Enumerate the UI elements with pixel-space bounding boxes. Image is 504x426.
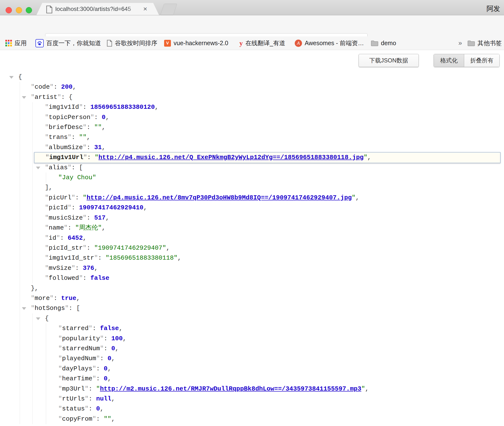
tab-title: localhost:3000/artists?id=645 bbox=[55, 6, 143, 13]
bookmark-youdao[interactable]: y 在线翻译_有道 bbox=[239, 36, 285, 50]
json-line: "playedNum": 0, bbox=[0, 354, 504, 364]
bookmark-label: demo bbox=[381, 40, 396, 47]
vue-v-icon: V bbox=[164, 40, 171, 47]
json-line: "id": 6452, bbox=[0, 233, 504, 243]
bookmark-awesomes[interactable]: A Awesomes - 前端资… bbox=[295, 36, 364, 50]
json-url-link[interactable]: http://p4.music.126.net/Q_ExePNkmgB2yWyL… bbox=[98, 154, 363, 161]
json-line: "followed": false bbox=[0, 273, 504, 283]
download-json-button[interactable]: 下载JSON数据 bbox=[359, 54, 419, 67]
json-line: "mp3Url": "http://m2.music.126.net/RMJR7… bbox=[0, 384, 504, 394]
json-line: "picId": 19097417462929410, bbox=[0, 203, 504, 213]
window-titlebar: localhost:3000/artists?id=645 × 阿发 bbox=[0, 0, 504, 15]
new-tab-button[interactable] bbox=[160, 4, 177, 15]
bookmark-apps[interactable]: 应用 bbox=[5, 36, 27, 50]
json-line: "code": 200, bbox=[0, 82, 504, 92]
bookmarks-bar: 应用 百度一下，你就知道 谷歌按时间排序 V vue-hackernews-2.… bbox=[0, 36, 504, 50]
page-favicon-icon bbox=[46, 6, 52, 14]
json-line: "name": "周杰伦", bbox=[0, 223, 504, 233]
folder-icon bbox=[468, 40, 475, 46]
json-line: "status": 0, bbox=[0, 404, 504, 414]
baidu-paw-icon bbox=[35, 39, 44, 47]
json-url-link[interactable]: http://p4.music.126.net/8mv7qP30Pd3oHW8b… bbox=[87, 194, 352, 201]
bookmark-google-sort[interactable]: 谷歌按时间排序 bbox=[107, 36, 157, 50]
collapse-triangle-icon[interactable] bbox=[22, 96, 26, 99]
json-line: "more": true, bbox=[0, 293, 504, 303]
apps-grid-icon bbox=[5, 40, 12, 46]
json-url-link[interactable]: http://m2.music.126.net/RMJR7wDullRqppBk… bbox=[100, 385, 361, 392]
other-bookmarks-folder[interactable]: 其他书签 bbox=[468, 36, 502, 50]
json-line: "Jay Chou" bbox=[0, 173, 504, 183]
json-line: "artist": { bbox=[0, 92, 504, 102]
bookmark-vue-hackernews[interactable]: V vue-hackernews-2.0 bbox=[164, 36, 228, 50]
browser-toolbar: localhost:3000/artists?id=6452 V 英en FE … bbox=[0, 15, 504, 36]
format-button[interactable]: 格式化 bbox=[434, 54, 464, 67]
bookmark-label: 在线翻译_有道 bbox=[245, 39, 285, 47]
json-line: "albumSize": 31, bbox=[0, 143, 504, 153]
collapse-triangle-icon[interactable] bbox=[36, 317, 40, 320]
awesomes-a-icon: A bbox=[295, 40, 302, 47]
json-viewer: {"code": 200,"artist": {"img1v1Id": 1856… bbox=[0, 72, 504, 424]
json-line: "starredNum": 0, bbox=[0, 344, 504, 354]
json-line: }, bbox=[0, 283, 504, 293]
json-line: { bbox=[0, 314, 504, 324]
bookmark-label: Awesomes - 前端资… bbox=[305, 39, 364, 47]
json-line: "alias": [ bbox=[0, 163, 504, 173]
bookmark-demo-folder[interactable]: demo bbox=[371, 36, 396, 50]
json-line: "img1v1Id_str": "18569651883380118", bbox=[0, 253, 504, 263]
collapse-all-button[interactable]: 折叠所有 bbox=[464, 54, 499, 67]
browser-profile-name[interactable]: 阿发 bbox=[487, 4, 500, 13]
json-line: "mvSize": 376, bbox=[0, 263, 504, 273]
json-line-highlighted: "img1v1Url": "http://p4.music.126.net/Q_… bbox=[34, 152, 501, 163]
collapse-triangle-icon[interactable] bbox=[22, 307, 26, 310]
json-line: ], bbox=[0, 183, 504, 193]
json-line: "hotSongs": [ bbox=[0, 303, 504, 313]
json-line: "hearTime": 0, bbox=[0, 374, 504, 384]
window-close-button[interactable] bbox=[6, 7, 12, 13]
json-line: "musicSize": 517, bbox=[0, 213, 504, 223]
collapse-triangle-icon[interactable] bbox=[36, 167, 40, 169]
json-line: "briefDesc": "", bbox=[0, 122, 504, 132]
youdao-y-icon: y bbox=[239, 39, 243, 47]
folder-icon bbox=[371, 40, 378, 46]
json-line: "trans": "", bbox=[0, 132, 504, 142]
json-line: "rtUrls": null, bbox=[0, 394, 504, 404]
other-bookmarks-label: 其他书签 bbox=[478, 39, 502, 47]
json-line: "topicPerson": 0, bbox=[0, 112, 504, 122]
collapse-triangle-icon[interactable] bbox=[9, 76, 14, 79]
bookmark-baidu[interactable]: 百度一下，你就知道 bbox=[35, 36, 101, 50]
tab-close-icon[interactable]: × bbox=[143, 5, 147, 13]
browser-tab[interactable]: localhost:3000/artists?id=645 × bbox=[36, 3, 159, 15]
json-line: { bbox=[0, 72, 504, 82]
bookmark-label: 应用 bbox=[15, 39, 27, 47]
json-line: "starred": false, bbox=[0, 324, 504, 333]
bookmark-label: 谷歌按时间排序 bbox=[115, 39, 157, 47]
json-line: "picUrl": "http://p4.music.126.net/8mv7q… bbox=[0, 193, 504, 203]
bookmarks-overflow-chevron[interactable]: » bbox=[458, 36, 462, 50]
bookmark-label: vue-hackernews-2.0 bbox=[174, 40, 228, 47]
view-mode-segmented-control: 格式化 折叠所有 bbox=[434, 54, 500, 67]
document-icon bbox=[107, 40, 112, 47]
json-line: "copyFrom": "", bbox=[0, 414, 504, 424]
window-zoom-button[interactable] bbox=[26, 7, 32, 13]
json-line: "picId_str": "19097417462929407", bbox=[0, 243, 504, 253]
bookmark-label: 百度一下，你就知道 bbox=[46, 39, 101, 47]
window-minimize-button[interactable] bbox=[16, 7, 22, 13]
json-line: "popularity": 100, bbox=[0, 334, 504, 344]
json-line: "dayPlays": 0, bbox=[0, 364, 504, 374]
json-line: "img1v1Id": 18569651883380120, bbox=[0, 102, 504, 112]
